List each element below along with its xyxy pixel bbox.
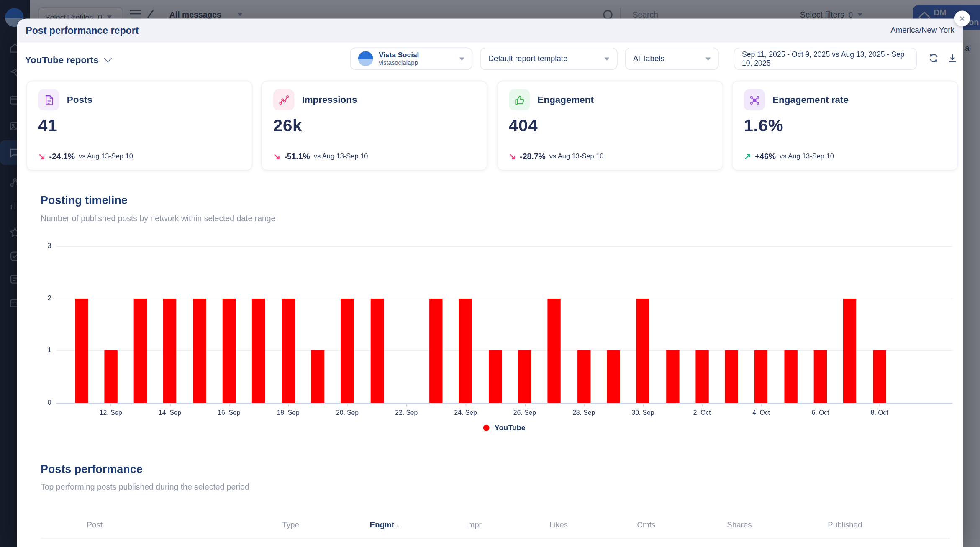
download-icon[interactable] [947, 52, 958, 64]
scatter-chart-icon [273, 89, 295, 111]
y-axis-tick-label: 3 [36, 242, 51, 249]
x-axis-tick [643, 404, 643, 406]
stat-compare: vs Aug 13-Sep 10 [549, 152, 604, 160]
stat-card-posts: Posts 41 ↘ -24.1% vs Aug 13-Sep 10 [26, 81, 253, 171]
x-axis-tick-label: 6. Oct [800, 409, 841, 416]
timeline-bar[interactable] [518, 350, 531, 403]
stat-label: Impressions [302, 95, 357, 105]
column-header-post[interactable]: Post [87, 520, 103, 529]
legend-dot-youtube [483, 425, 490, 431]
date-range-button[interactable]: Sep 11, 2025 - Oct 9, 2025 vs Aug 13, 20… [734, 48, 917, 70]
posts-performance-subtitle: Top performing posts published during th… [41, 482, 249, 491]
y-axis-tick-label: 1 [36, 346, 51, 354]
x-axis-tick [761, 404, 762, 406]
timeline-bar[interactable] [252, 298, 265, 403]
modal-header: Post performance report America/New York [17, 19, 963, 43]
trend-up-icon: ↗ [744, 151, 751, 161]
column-header-likes[interactable]: Likes [549, 520, 568, 529]
stat-change: +46% [755, 151, 776, 161]
stat-change: -51.1% [284, 151, 310, 161]
stat-card-engagement-rate: Engagement rate 1.6% ↗ +46% vs Aug 13-Se… [732, 81, 958, 171]
timeline-plot: 012312. Sep14. Sep16. Sep18. Sep20. Sep2… [56, 246, 952, 404]
stat-label: Posts [67, 95, 92, 105]
x-axis-tick-label: 30. Sep [623, 409, 663, 416]
x-axis-tick [466, 404, 466, 406]
profile-select[interactable]: Vista Social vistasocialapp [350, 48, 472, 70]
timeline-bar[interactable] [725, 350, 738, 403]
x-axis-tick-label: 20. Sep [327, 409, 367, 416]
report-type-label: YouTube reports [25, 54, 99, 65]
profile-handle: vistasocialapp [379, 59, 419, 66]
x-axis-tick-label: 4. Oct [741, 409, 781, 416]
timeline-bar[interactable] [607, 350, 620, 403]
gridline [56, 298, 952, 299]
x-axis-tick-label: 24. Sep [446, 409, 486, 416]
timeline-bar[interactable] [459, 298, 472, 403]
timeline-bar[interactable] [548, 298, 561, 403]
stat-label: Engagement rate [772, 95, 849, 105]
timeline-bar[interactable] [223, 298, 236, 403]
stat-compare: vs Aug 13-Sep 10 [79, 152, 133, 160]
x-axis-tick [111, 404, 111, 406]
timeline-bar[interactable] [193, 298, 206, 403]
y-axis-tick-label: 2 [36, 294, 51, 302]
timeline-bar[interactable] [873, 350, 886, 403]
timeline-bar[interactable] [282, 298, 295, 403]
stat-compare: vs Aug 13-Sep 10 [780, 152, 834, 160]
timeline-bar[interactable] [104, 350, 117, 403]
chevron-down-icon [604, 57, 609, 60]
timeline-bar[interactable] [843, 298, 856, 403]
y-axis-tick-label: 0 [36, 399, 51, 406]
x-axis-tick-label: 22. Sep [387, 409, 427, 416]
close-button[interactable]: × [954, 10, 970, 26]
screen: Select Profiles 0 All messages Search Se… [0, 0, 980, 547]
chevron-down-icon [104, 54, 112, 62]
share-nodes-icon [744, 89, 765, 111]
timeline-bar[interactable] [489, 350, 502, 403]
stat-value: 26k [273, 116, 303, 135]
column-header-cmts[interactable]: Cmts [637, 520, 656, 529]
stat-value: 41 [38, 116, 57, 135]
timeline-bar[interactable] [429, 298, 442, 403]
timeline-section-subtitle: Number of published posts by network wit… [41, 214, 275, 223]
timeline-bar[interactable] [74, 298, 87, 403]
labels-filter-select[interactable]: All labels [625, 48, 719, 70]
x-axis-tick-label: 18. Sep [268, 409, 308, 416]
stat-value: 404 [509, 116, 538, 135]
report-template-select[interactable]: Default report template [480, 48, 618, 70]
column-header-published[interactable]: Published [828, 520, 862, 529]
stat-card-engagement: Engagement 404 ↘ -28.7% vs Aug 13-Sep 10 [497, 81, 723, 171]
timeline-bar[interactable] [577, 350, 590, 403]
labels-filter-value: All labels [633, 54, 664, 63]
timeline-bar[interactable] [784, 350, 797, 403]
x-axis-tick-label: 14. Sep [150, 409, 190, 416]
x-axis-tick [702, 404, 703, 406]
document-icon [38, 89, 59, 111]
timeline-bar[interactable] [695, 350, 708, 403]
timeline-bar[interactable] [134, 298, 147, 403]
x-axis-tick [525, 404, 525, 406]
timeline-bar[interactable] [636, 298, 649, 403]
timeline-bar[interactable] [754, 350, 767, 403]
timeline-bar[interactable] [341, 298, 354, 403]
profile-avatar [358, 51, 373, 66]
chevron-down-icon [705, 57, 711, 60]
chart-legend: YouTube [56, 424, 952, 432]
column-header-impr[interactable]: Impr [466, 520, 481, 529]
timeline-bar[interactable] [311, 350, 324, 403]
timeline-bar[interactable] [163, 298, 176, 403]
column-header-engmt[interactable]: Engmt ↓ [370, 520, 400, 529]
timeline-bar[interactable] [666, 350, 679, 403]
timeline-section-title: Posting timeline [41, 194, 128, 207]
refresh-icon[interactable] [928, 52, 939, 64]
x-axis-tick [170, 404, 170, 406]
timeline-bar[interactable] [814, 350, 827, 403]
trend-down-icon: ↘ [38, 151, 46, 161]
timeline-bar[interactable] [370, 298, 383, 403]
x-axis-tick-label: 26. Sep [505, 409, 545, 416]
column-header-type[interactable]: Type [282, 520, 299, 529]
stat-card-impressions: Impressions 26k ↘ -51.1% vs Aug 13-Sep 1… [261, 81, 487, 171]
report-type-dropdown[interactable]: YouTube reports [25, 54, 110, 65]
chevron-down-icon [459, 57, 464, 60]
column-header-shares[interactable]: Shares [727, 520, 752, 529]
